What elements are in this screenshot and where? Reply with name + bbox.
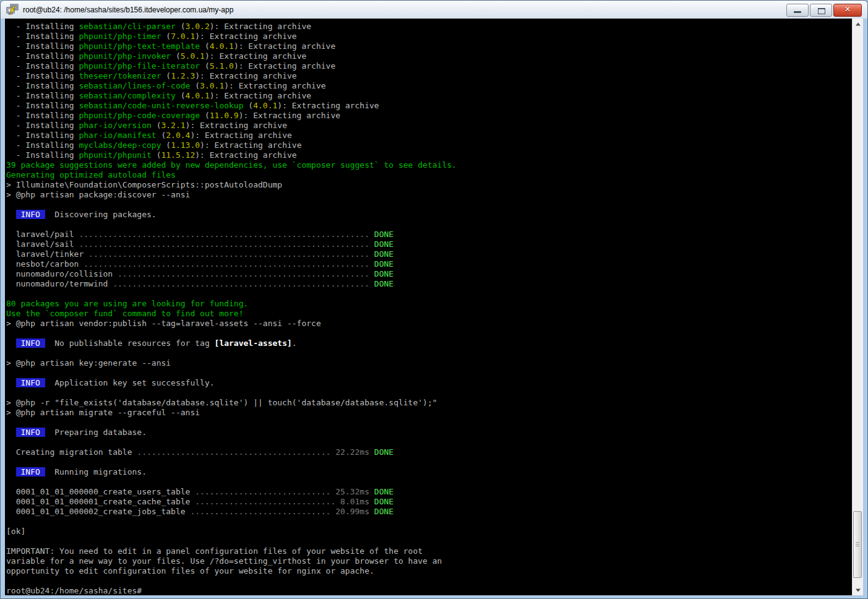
maximize-button[interactable] [810,4,832,17]
terminal-line: > @php artisan migrate --graceful --ansi [6,408,853,418]
terminal-line: - Installing phpunit/phpunit (11.5.12): … [6,150,853,160]
terminal-line [6,576,853,586]
terminal-line: 39 package suggestions were added by new… [6,160,853,170]
terminal-line: Generating optimized autoload files [6,170,853,180]
terminal-output[interactable]: - Installing sebastian/cli-parser (3.0.2… [5,19,853,595]
terminal-line: root@ub24:/home/sasha/sites# [6,586,853,595]
terminal-line: - Installing phpunit/php-file-iterator (… [6,61,853,71]
putty-app-icon[interactable] [6,4,19,16]
terminal-line [6,348,853,358]
terminal-line: laravel/sail ...........................… [6,239,853,249]
terminal-line: IMPORTANT: You need to edit in a panel c… [6,546,853,556]
scrollbar[interactable] [852,19,863,595]
terminal-line [6,220,853,230]
terminal-line: - Installing phpunit/php-timer (7.0.1): … [6,32,853,41]
terminal-line: INFO No publishable resources for tag [l… [6,338,853,348]
scrollbar-thumb[interactable] [853,511,862,578]
terminal-line [6,329,853,338]
terminal-line [6,477,853,487]
arrow-down-icon [856,588,861,592]
terminal-line: > @php artisan vendor:publish --tag=lara… [6,319,853,329]
terminal-line: nunomaduro/termwind ....................… [6,279,853,289]
terminal-line [6,457,853,467]
terminal-line: INFO Application key set successfully. [6,378,853,388]
terminal-line: Use the `composer fund` command to find … [6,309,853,319]
window-title: root@ub24: /home/sasha/sites/b156.itdeve… [23,6,233,14]
terminal-line: - Installing phpunit/php-code-coverage (… [6,111,853,121]
terminal-line: > @php artisan key:generate --ansi [6,358,853,368]
terminal-line: - Installing sebastian/code-unit-reverse… [6,101,853,111]
minimize-button[interactable] [786,4,809,17]
terminal-line: laravel/tinker .........................… [6,249,853,259]
terminal-line: > @php artisan package:discover --ansi [6,190,853,200]
terminal-line: variable for a new way to your files. Us… [6,556,853,566]
terminal-line: - Installing sebastian/lines-of-code (3.… [6,81,853,91]
terminal-line: - Installing phpunit/php-text-template (… [6,41,853,51]
terminal-line: - Installing phar-io/manifest (2.0.4): E… [6,131,853,140]
minimize-icon [794,11,801,13]
terminal-line [6,200,853,210]
window-controls: ✕ [785,4,862,17]
terminal-line: [ok] [6,527,853,537]
terminal-line: - Installing sebastian/cli-parser (3.0.2… [6,22,853,32]
terminal-line: - Installing phar-io/version (3.2.1): Ex… [6,121,853,131]
close-button[interactable]: ✕ [833,4,862,17]
terminal-line [6,437,853,447]
terminal-line: > @php -r "file_exists('database/databas… [6,398,853,408]
terminal-line [6,418,853,428]
arrow-up-icon [856,22,861,25]
terminal-line: 80 packages you are using are looking fo… [6,299,853,309]
close-icon: ✕ [834,5,861,14]
terminal-line: INFO Preparing database. [6,428,853,437]
scroll-down-button[interactable] [853,585,863,595]
terminal-line: - Installing phpunit/php-invoker (5.0.1)… [6,51,853,61]
terminal-line: Creating migration table ...............… [6,447,853,457]
terminal-line: - Installing theseer/tokenizer (1.2.3): … [6,71,853,81]
terminal-line [6,289,853,299]
terminal-line: laravel/pail ...........................… [6,230,853,239]
putty-window: root@ub24: /home/sasha/sites/b156.itdeve… [0,0,868,599]
terminal-line: 0001_01_01_000002_create_jobs_table ....… [6,507,853,517]
terminal-line [6,517,853,527]
terminal-line: 0001_01_01_000001_create_cache_table ...… [6,497,853,507]
terminal-line: INFO Running migrations. [6,467,853,477]
scroll-up-button[interactable] [853,19,863,29]
terminal-line: 0001_01_01_000000_create_users_table ...… [6,487,853,497]
terminal-line: INFO Discovering packages. [6,210,853,220]
terminal-line [6,368,853,378]
terminal-line: - Installing sebastian/complexity (4.0.1… [6,91,853,101]
terminal-line: - Installing myclabs/deep-copy (1.13.0):… [6,140,853,150]
maximize-icon [818,8,825,14]
title-bar[interactable]: root@ub24: /home/sasha/sites/b156.itdeve… [1,1,867,19]
terminal-line [6,388,853,398]
terminal-line: nesbot/carbon ..........................… [6,259,853,269]
terminal-line [6,537,853,546]
terminal-line: > Illuminate\Foundation\ComposerScripts:… [6,180,853,190]
terminal-line: nunomaduro/collision ...................… [6,269,853,279]
terminal-line: opportunity to edit configuration files … [6,566,853,576]
